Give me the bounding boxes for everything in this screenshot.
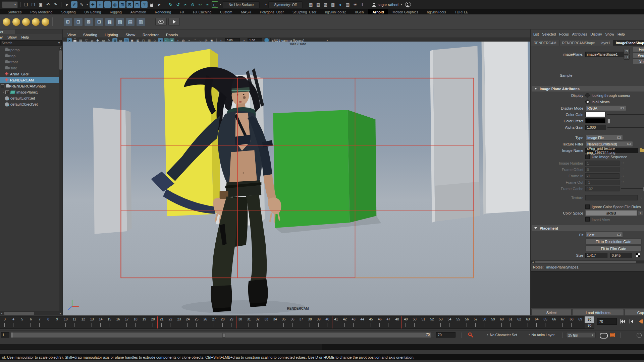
frame-number-48[interactable]: 48 (393, 316, 401, 322)
frame-number-43[interactable]: 43 (349, 316, 358, 322)
frame-in-field[interactable]: -1 (585, 173, 620, 179)
snap-to-grids-icon[interactable]: ✚ (90, 1, 96, 8)
range-start-grip[interactable] (11, 333, 13, 338)
focus-button[interactable]: Focus (632, 46, 644, 52)
fit-to-resolution-gate-button[interactable]: Fit to Resolution Gate (585, 238, 642, 245)
frame-number-59[interactable]: 59 (489, 316, 497, 322)
frame-out-field[interactable]: -1 (585, 180, 620, 185)
frame-number-44[interactable]: 44 (358, 316, 367, 322)
shelf-tab-custom[interactable]: Custom (216, 9, 236, 14)
approx-tool-icon[interactable]: ≈ (204, 1, 211, 8)
scroll-left-arrow[interactable]: ◂ (0, 311, 3, 315)
frame-number-34[interactable]: 34 (271, 316, 279, 322)
frame-cache-slider[interactable] (621, 186, 644, 191)
new-scene-icon[interactable]: ❑ (23, 1, 29, 8)
render-settings-icon[interactable]: ▩ (330, 1, 336, 8)
ae-tab-rendercamshape[interactable]: RENDERCAMShape (559, 40, 598, 46)
color-gain-swatch[interactable] (585, 112, 605, 117)
shelf-sphere-icon[interactable] (3, 18, 10, 26)
frame-offset-field[interactable]: 0 (585, 167, 620, 172)
ae-tab-layer1[interactable]: layer1 (598, 40, 613, 46)
shelf-tab-sculpting-user[interactable]: Sculpting_User (288, 9, 321, 14)
snap-to-view-planes-icon[interactable]: ⊞ (119, 1, 125, 8)
frame-number-35[interactable]: 35 (279, 316, 288, 322)
menu-show[interactable]: Show (605, 32, 614, 36)
frame-number-66[interactable]: 66 (550, 316, 558, 322)
frame-number-64[interactable]: 64 (532, 316, 541, 322)
menu-display[interactable]: Display (590, 32, 602, 36)
paint-select-icon[interactable]: ✎ (78, 1, 85, 8)
shelf-tab-polygons-user[interactable]: Polygons_User (256, 9, 288, 14)
mash-network-icon[interactable]: ⊞ (64, 18, 72, 26)
notes-textarea[interactable] (531, 271, 644, 308)
invert-view-checkbox[interactable] (585, 217, 590, 222)
retopo-icon[interactable]: ▤ (126, 18, 135, 26)
hypershade-icon[interactable]: ● (337, 1, 343, 8)
shelf-disc-icon[interactable] (42, 18, 49, 26)
frame-number-6[interactable]: 6 (26, 316, 35, 322)
expander-icon[interactable]: + (5, 90, 9, 94)
frame-number-12[interactable]: 12 (79, 316, 88, 322)
range-slider[interactable]: 70 (11, 332, 434, 338)
texture-filter-dropdown[interactable]: Nearest(Unfiltered)▼ (585, 141, 633, 147)
radio-in-all-views[interactable] (585, 100, 590, 104)
expander-icon[interactable]: − (1, 84, 4, 88)
frame-number-67[interactable]: 67 (558, 316, 567, 322)
light-editor-icon[interactable]: ☀ (352, 1, 358, 8)
shelf-gear-icon[interactable] (22, 18, 30, 26)
snap-to-projected-center-icon[interactable]: ◎ (112, 1, 118, 8)
frame-number-51[interactable]: 51 (419, 316, 428, 322)
frame-number-53[interactable]: 53 (436, 316, 445, 322)
remesh-icon[interactable]: ▧ (116, 18, 124, 26)
symmetry-dropdown[interactable]: Symmetry: Off (268, 1, 303, 8)
search-input[interactable]: Search... ▼ (0, 40, 62, 46)
frame-number-28[interactable]: 28 (218, 316, 227, 322)
checker-icon[interactable] (636, 253, 640, 257)
step-back-frame-button[interactable] (628, 318, 635, 325)
frame-number-30[interactable]: 30 (236, 316, 245, 322)
outliner-item-defaultobjectset[interactable]: defaultObjectSet (0, 101, 59, 107)
frame-number-50[interactable]: 50 (410, 316, 419, 322)
timeline-bookmark-frame-41[interactable] (332, 316, 332, 328)
toolbox-dropdown[interactable]: ▼ (2, 1, 18, 8)
shelf-tab-xgen[interactable]: XGen (351, 9, 368, 14)
outliner-item-side[interactable]: side (0, 65, 59, 71)
playback-loop-icon[interactable] (600, 333, 608, 339)
frame-number-40[interactable]: 40 (323, 316, 332, 322)
save-scene-icon[interactable]: ▣ (38, 1, 44, 8)
fit-dropdown[interactable]: Best▼ (585, 232, 623, 238)
frame-number-52[interactable]: 52 (428, 316, 436, 322)
playblast-button[interactable] (168, 18, 180, 26)
type-dropdown[interactable]: Image File▼ (585, 135, 623, 140)
menu-show[interactable]: Show (125, 33, 135, 37)
select-button[interactable]: Select (531, 309, 572, 315)
frame-number-27[interactable]: 27 (210, 316, 218, 322)
current-time-indicator[interactable]: 70 70 (585, 316, 594, 328)
section-placement[interactable]: Placement (532, 225, 644, 231)
frame-number-5[interactable]: 5 (18, 316, 26, 322)
frame-number-45[interactable]: 45 (367, 316, 375, 322)
frame-number-32[interactable]: 32 (253, 316, 262, 322)
render-view-icon[interactable]: ▥ (344, 1, 351, 8)
auto-keyframe-toggle[interactable] (468, 332, 474, 339)
menu-focus[interactable]: Focus (559, 32, 569, 36)
shelf-tab-fx-caching[interactable]: FX Caching (189, 9, 216, 14)
shelf-tab-ngskintools2[interactable]: ngSkinTools2 (321, 9, 350, 14)
step-back-key-button[interactable] (637, 318, 644, 325)
animation-end-field[interactable]: 70 (436, 332, 455, 338)
frame-number-56[interactable]: 56 (463, 316, 471, 322)
texture-field[interactable] (585, 195, 638, 200)
user-account-button[interactable]: sagar rathod ▾ (371, 3, 404, 7)
shelf-tab-fx[interactable]: FX (175, 9, 189, 14)
undo-icon[interactable]: ↶ (45, 1, 51, 8)
scrollbar-thumb[interactable] (4, 312, 34, 315)
scroll-up-arrow[interactable]: ▲ (59, 47, 62, 50)
frame-number-54[interactable]: 54 (445, 316, 454, 322)
menu-view[interactable]: View (67, 33, 76, 37)
expression-icon[interactable]: ∷ (622, 180, 624, 184)
render-current-frame-icon[interactable]: ▦ (308, 1, 314, 8)
shelf-tab-arnold[interactable]: Arnold (368, 9, 388, 14)
frame-number-17[interactable]: 17 (122, 316, 131, 322)
frame-number-15[interactable]: 15 (105, 316, 114, 322)
animation-start-field[interactable]: 1 (1, 332, 9, 338)
